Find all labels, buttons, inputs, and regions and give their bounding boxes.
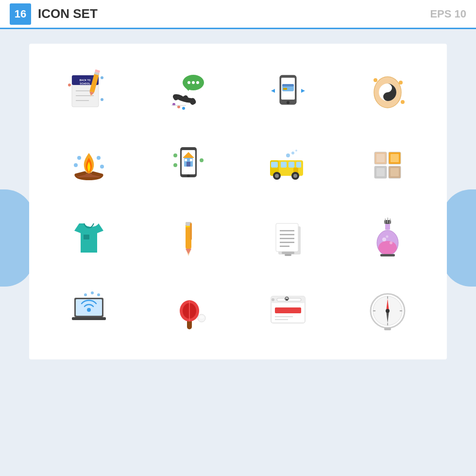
icon-mobile-payment (243, 63, 333, 121)
svg-rect-53 (187, 162, 190, 167)
svg-rect-29 (283, 88, 287, 90)
svg-point-18 (192, 81, 195, 84)
svg-rect-87 (190, 223, 192, 240)
svg-rect-96 (285, 254, 291, 256)
svg-rect-54 (185, 159, 187, 161)
icon-back-to-school: BACK TO SCHOOL (44, 63, 134, 121)
svg-point-56 (173, 153, 177, 157)
svg-point-111 (97, 293, 100, 296)
icon-wifi-laptop (44, 282, 134, 340)
svg-point-50 (187, 174, 190, 177)
svg-rect-62 (281, 162, 287, 168)
icon-pen (143, 209, 233, 267)
svg-point-57 (173, 163, 177, 167)
svg-rect-55 (190, 159, 192, 161)
svg-point-12 (68, 84, 71, 86)
svg-point-39 (401, 100, 405, 104)
svg-rect-81 (84, 235, 89, 239)
icon-color-palette (342, 136, 432, 194)
svg-rect-104 (380, 254, 395, 256)
svg-point-58 (200, 158, 204, 162)
svg-point-109 (84, 293, 87, 296)
svg-point-45 (77, 156, 81, 160)
blob-right (442, 189, 476, 287)
svg-point-110 (91, 291, 94, 294)
svg-rect-123 (275, 307, 301, 313)
svg-point-102 (390, 241, 392, 244)
svg-point-17 (187, 81, 190, 84)
icon-potion (342, 209, 432, 267)
header: 16 ICON SET EPS 10 (0, 0, 476, 29)
svg-rect-79 (376, 168, 385, 176)
icon-school-bus (243, 136, 333, 194)
svg-rect-63 (289, 162, 294, 168)
svg-point-19 (196, 81, 199, 84)
icon-yin-yang-mind (342, 63, 432, 121)
svg-rect-89 (276, 223, 298, 252)
svg-rect-106 (76, 299, 102, 316)
icon-campfire (44, 136, 134, 194)
svg-point-46 (100, 165, 104, 169)
svg-marker-86 (186, 249, 191, 254)
svg-point-21 (177, 105, 180, 108)
svg-point-71 (291, 152, 294, 154)
svg-rect-98 (385, 224, 390, 230)
svg-rect-77 (376, 154, 385, 162)
svg-point-72 (295, 150, 297, 152)
svg-point-47 (97, 156, 101, 160)
svg-point-70 (286, 153, 290, 157)
header-number: 16 (10, 3, 31, 25)
svg-marker-30 (271, 89, 275, 93)
svg-rect-120 (277, 298, 301, 301)
svg-point-14 (101, 98, 103, 101)
svg-marker-31 (301, 89, 305, 93)
svg-point-35 (385, 86, 390, 90)
svg-point-38 (399, 81, 403, 85)
svg-rect-64 (296, 162, 301, 168)
svg-point-37 (374, 78, 377, 82)
icon-compass (342, 282, 432, 340)
icon-phone-call (143, 63, 233, 121)
svg-point-117 (199, 316, 204, 319)
svg-point-69 (293, 174, 297, 178)
svg-text:BACK TO: BACK TO (79, 79, 90, 82)
icon-smart-home (143, 136, 233, 194)
svg-point-134 (386, 309, 390, 313)
header-title: ICON SET (38, 6, 430, 21)
svg-rect-108 (72, 317, 106, 320)
svg-point-101 (382, 238, 386, 241)
svg-point-107 (87, 308, 91, 312)
icon-grid: BACK TO SCHOOL (29, 44, 447, 359)
header-eps: EPS 10 (430, 8, 466, 20)
svg-point-44 (74, 163, 78, 167)
svg-point-22 (182, 107, 185, 110)
svg-rect-95 (282, 252, 294, 254)
svg-point-26 (287, 101, 289, 104)
svg-point-121 (272, 298, 274, 301)
svg-point-67 (275, 174, 279, 178)
svg-rect-135 (384, 328, 391, 330)
svg-rect-28 (282, 84, 294, 86)
svg-text:SCHOOL: SCHOOL (80, 82, 90, 85)
svg-point-103 (386, 236, 388, 238)
icon-document (243, 209, 333, 267)
svg-rect-80 (391, 168, 399, 176)
icon-ping-pong (143, 282, 233, 340)
svg-point-100 (378, 241, 397, 255)
icon-secure-browser (243, 282, 333, 340)
svg-rect-122 (286, 299, 288, 301)
svg-point-36 (385, 95, 390, 99)
icon-shirt (44, 209, 134, 267)
svg-rect-61 (271, 162, 278, 168)
svg-rect-78 (391, 154, 399, 162)
svg-point-13 (101, 76, 103, 79)
